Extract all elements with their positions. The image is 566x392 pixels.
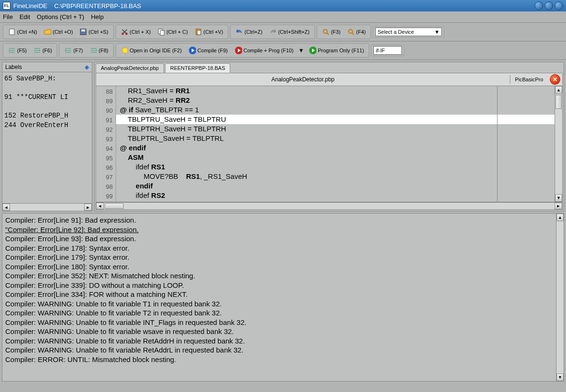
open-origi-button[interactable]: Open in Origi IDE (F2): [118, 45, 185, 56]
indent-right2-icon: [64, 47, 72, 54]
close-window-button[interactable]: [555, 1, 563, 10]
svg-rect-6: [160, 30, 164, 35]
toolbar-group-undo: (Ctrl+Z) (Ctrl+Shift+Z): [230, 25, 315, 39]
undo-button[interactable]: (Ctrl+Z): [233, 26, 265, 38]
new-file-icon: [8, 28, 16, 36]
new-button[interactable]: (Ctrl +N): [5, 26, 40, 38]
redo-button[interactable]: (Ctrl+Shift+Z): [266, 26, 312, 38]
redo-icon: [269, 28, 277, 36]
scroll-left-icon[interactable]: ◄: [2, 204, 10, 211]
scroll-thumb-h[interactable]: [105, 203, 124, 209]
play-red-icon: [234, 47, 242, 54]
menu-help[interactable]: Help: [91, 13, 104, 20]
scroll-down-icon[interactable]: ▼: [556, 373, 564, 381]
code-body[interactable]: RR1_SaveH = RR1 RR2_SaveH = RR2@ if Save…: [116, 86, 555, 202]
code-area[interactable]: 888990919293949596979899100 RR1_SaveH = …: [96, 86, 563, 202]
window-controls: [535, 1, 563, 10]
compile-prog-button[interactable]: Compile + Prog (F10): [232, 45, 296, 56]
menu-edit[interactable]: Edit: [20, 13, 30, 20]
menu-file[interactable]: File: [3, 13, 13, 20]
toolbar-2: (F5) (F6) (F7) (F8) Open in Origi IDE (F…: [0, 41, 566, 60]
svg-rect-2: [81, 29, 85, 31]
toolbar-group-search: [371, 45, 404, 56]
scroll-up-icon[interactable]: ▲: [556, 214, 564, 221]
indent-f8-button[interactable]: (F8): [87, 45, 111, 56]
toolbar-group-file: (Ctrl +N) (Ctrl +O) (Ctrl +S): [3, 25, 114, 39]
toolbar-group-find: (F3) (F4): [317, 25, 371, 39]
cut-button[interactable]: (Ctrl + X): [118, 26, 154, 38]
toolbar-group-indent2: (F7) (F8): [59, 43, 113, 58]
svg-rect-8: [197, 30, 201, 35]
labels-list[interactable]: 65 SavePBP_H: 91 ***CURRENT LI 152 Resto…: [2, 72, 92, 203]
scroll-right-icon[interactable]: ►: [555, 203, 562, 209]
file-tabs: AnalogPeakDetector.pbp REENTERPBP-18.BAS: [95, 62, 564, 73]
editor-hscroll[interactable]: ◄ ►: [96, 202, 563, 210]
main-area: Labels ◆ 65 SavePBP_H: 91 ***CURRENT LI …: [0, 60, 566, 213]
chevron-down-icon: ▼: [434, 29, 439, 35]
svg-point-9: [323, 29, 327, 33]
menubar: File Edit Options (Ctrl + T) Help: [0, 11, 566, 23]
toolbar-group-device: Select a Device▼: [373, 26, 444, 38]
search-input[interactable]: [373, 46, 402, 55]
scroll-left-icon[interactable]: ◄: [96, 203, 104, 209]
svg-point-11: [349, 29, 352, 33]
labels-header[interactable]: Labels ◆: [2, 62, 92, 72]
copy-icon: [157, 28, 165, 36]
scroll-right-icon[interactable]: ►: [84, 204, 92, 211]
minimize-button[interactable]: [535, 1, 543, 10]
indent-right-icon: [8, 47, 16, 54]
svg-line-12: [352, 33, 354, 35]
editor-vscroll[interactable]: ▲ ▼: [555, 86, 562, 202]
scroll-thumb[interactable]: [556, 95, 562, 109]
diamond-blue-icon: ◆: [85, 64, 89, 70]
open-folder-icon: [44, 28, 51, 36]
paste-button[interactable]: (Ctrl +V): [192, 26, 226, 38]
toolbar-group-indent1: (F5) (F6): [3, 43, 57, 58]
line-gutter: 888990919293949596979899100: [96, 86, 116, 202]
indent-f7-button[interactable]: (F7): [61, 45, 86, 56]
save-button[interactable]: (Ctrl +S): [77, 26, 111, 38]
indent-f5-button[interactable]: (F5): [5, 45, 29, 56]
close-file-button[interactable]: ✕: [550, 74, 560, 85]
indent-left-icon: [33, 47, 41, 54]
find-button[interactable]: (F3): [319, 26, 343, 38]
magnifier-icon: [322, 28, 330, 36]
toolbar-group-compile: Open in Origi IDE (F2) Compile (F9) Comp…: [116, 43, 370, 58]
scroll-up-icon[interactable]: ▲: [555, 86, 562, 94]
menu-options[interactable]: Options (Ctrl + T): [37, 13, 84, 20]
tab-reenterpbp[interactable]: REENTERPBP-18.BAS: [165, 63, 231, 73]
tab-analogpeak[interactable]: AnalogPeakDetector.pbp: [96, 63, 164, 73]
magnifier-next-icon: [347, 28, 355, 36]
dropdown-arrow-icon[interactable]: ▼: [297, 47, 305, 54]
svg-point-25: [122, 48, 128, 53]
device-select[interactable]: Select a Device▼: [375, 28, 442, 36]
save-disk-icon: [79, 28, 87, 36]
ruler-line: [497, 86, 498, 202]
undo-icon: [235, 28, 243, 36]
toolbar-1: (Ctrl +N) (Ctrl +O) (Ctrl +S) (Ctrl + X)…: [0, 23, 566, 41]
titlebar: FL FineLineIDE C:\PBP\REENTERPBP-18.BAS: [0, 0, 566, 11]
indent-left2-icon: [90, 47, 98, 54]
language-badge: PicBasicPro: [510, 75, 548, 84]
clipboard-icon: [195, 28, 202, 36]
file-header: AnalogPeakDetector.pbp PicBasicPro ✕: [96, 73, 563, 86]
sidebar-hscroll[interactable]: ◄ ►: [2, 203, 92, 211]
svg-line-10: [327, 33, 329, 35]
file-name: AnalogPeakDetector.pbp: [96, 75, 510, 84]
svg-rect-0: [10, 29, 14, 35]
output-vscroll[interactable]: ▲ ▼: [556, 214, 564, 381]
indent-f6-button[interactable]: (F6): [30, 45, 55, 56]
maximize-button[interactable]: [545, 1, 553, 10]
toolbar-group-edit: (Ctrl + X) (Ctrl + C) (Ctrl +V): [116, 25, 228, 39]
open-button[interactable]: (Ctrl +O): [41, 26, 76, 38]
labels-panel: Labels ◆ 65 SavePBP_H: 91 ***CURRENT LI …: [2, 62, 92, 211]
window-title: FineLineIDE C:\PBP\REENTERPBP-18.BAS: [13, 2, 535, 10]
play-green-icon: [309, 47, 316, 54]
compile-button[interactable]: Compile (F9): [185, 45, 231, 56]
output-body[interactable]: Compiler: Error[Line 91]: Bad expression…: [2, 214, 556, 381]
program-only-button[interactable]: Program Only (F11): [306, 45, 367, 56]
find-next-button[interactable]: (F4): [344, 26, 369, 38]
copy-button[interactable]: (Ctrl + C): [155, 26, 191, 38]
play-blue-icon: [188, 47, 196, 54]
scroll-down-icon[interactable]: ▼: [555, 194, 562, 202]
